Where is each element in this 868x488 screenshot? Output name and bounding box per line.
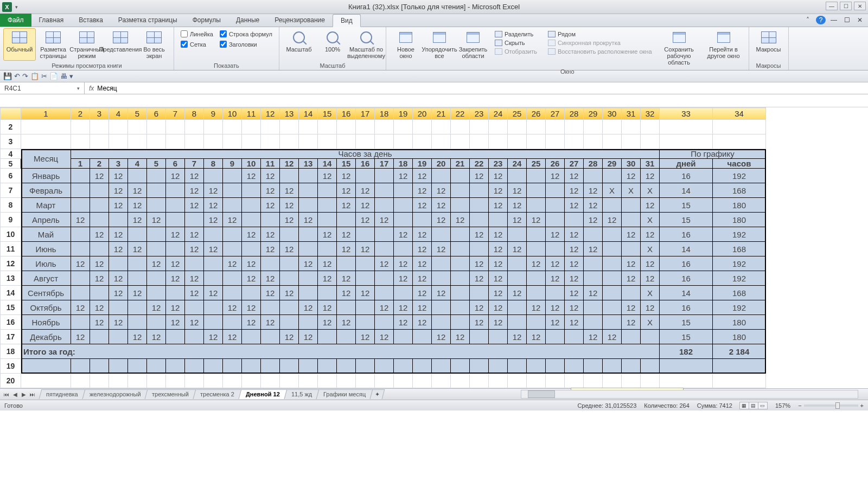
col-header[interactable]: 13 [280,108,299,120]
cell-day[interactable] [527,242,546,256]
cell-day[interactable] [299,271,318,286]
cell-day[interactable]: 12 [280,198,299,213]
cell[interactable] [299,359,318,374]
app-menu-dropdown-icon[interactable]: ▾ [15,4,18,10]
cell-day[interactable]: 12 [242,256,261,271]
col-header[interactable]: 20 [413,108,432,120]
col-header[interactable]: 32 [641,108,660,120]
ribbon-tab-0[interactable]: Главная [31,14,72,27]
cell-day[interactable] [90,213,109,227]
cell-day[interactable] [603,315,622,330]
cell-day-number[interactable]: 22 [470,159,489,169]
cell-day[interactable]: 12 [584,242,603,256]
cell-day[interactable]: 12 [261,286,280,300]
cell-day[interactable] [508,300,527,315]
cell-day[interactable]: 12 [204,330,223,344]
cell-day[interactable] [109,256,128,271]
file-tab[interactable]: Файл [0,14,31,27]
col-header[interactable]: 27 [546,108,565,120]
cell-day[interactable]: 12 [90,169,109,183]
cell[interactable] [527,359,546,374]
checkbox-Строка формул[interactable]: Строка формул [220,30,272,37]
cell-day[interactable]: 12 [622,227,641,242]
zoom-button[interactable]: 100% [316,28,349,61]
cell-day[interactable]: 12 [280,286,299,300]
cell[interactable] [565,359,584,374]
cell-day[interactable] [280,300,299,315]
cell[interactable] [432,134,451,149]
cell[interactable] [508,359,527,374]
cell[interactable] [166,359,185,374]
cell-day[interactable]: 12 [527,256,546,271]
cell-day[interactable] [432,169,451,183]
cell[interactable] [299,134,318,149]
cell-day[interactable] [603,169,622,183]
cell-day[interactable]: 12 [185,242,204,256]
cell[interactable] [21,134,71,149]
cell-day[interactable]: 12 [641,256,660,271]
cell[interactable] [356,134,375,149]
cell-day[interactable]: 12 [565,300,584,315]
cell[interactable] [641,134,660,149]
cell[interactable] [337,359,356,374]
cell-month[interactable]: Май [21,227,71,242]
cell[interactable] [109,120,128,134]
name-box[interactable]: R4C1 ▾ [0,82,85,94]
cell-day[interactable]: 12 [622,300,641,315]
cell-day[interactable] [261,213,280,227]
cell[interactable] [204,134,223,149]
cell-day[interactable] [470,213,489,227]
cell-day[interactable] [223,169,242,183]
cell-day[interactable]: 12 [318,271,337,286]
cell-day[interactable]: 12 [109,183,128,198]
cell[interactable] [204,374,223,388]
row-header[interactable]: 2 [1,120,21,134]
cell-day[interactable]: 12 [318,256,337,271]
cell-day[interactable]: 12 [147,330,166,344]
cell[interactable] [660,374,713,388]
cell[interactable] [280,134,299,149]
cell-day[interactable] [128,271,147,286]
cell-day[interactable] [584,256,603,271]
zoom-button[interactable]: Масштаб по выделенному [350,28,382,61]
cell[interactable] [337,134,356,149]
cell-day[interactable]: 12 [166,227,185,242]
cell-day-number[interactable]: 28 [584,159,603,169]
window-small-button[interactable]: Рядом [546,30,654,38]
cell-day[interactable] [299,183,318,198]
cell-day[interactable]: 12 [527,213,546,227]
cell-day[interactable]: 12 [185,198,204,213]
cell-day[interactable]: 12 [109,271,128,286]
cell-day[interactable] [622,286,641,300]
cell-day[interactable]: 12 [223,256,242,271]
cell-day[interactable]: 12 [147,213,166,227]
cell-day[interactable]: 12 [223,213,242,227]
col-header[interactable]: 18 [375,108,394,120]
cell-day[interactable] [90,330,109,344]
cell-day-number[interactable]: 20 [432,159,451,169]
cell-day[interactable] [489,213,508,227]
cell-days-sum[interactable]: 15 [660,198,713,213]
cell-day-number[interactable]: 30 [622,159,641,169]
row-header[interactable]: 16 [1,315,21,330]
cell-day[interactable]: X [641,183,660,198]
cell[interactable] [508,134,527,149]
cell[interactable] [71,374,90,388]
cell-day[interactable] [71,286,90,300]
cell-days-sum[interactable]: 16 [660,256,713,271]
row-header[interactable]: 20 [1,374,21,388]
cell-day[interactable]: 12 [185,315,204,330]
ribbon-minimize-icon[interactable]: ˄ [803,16,813,24]
cell-day[interactable]: 12 [489,198,508,213]
cell-day[interactable] [546,183,565,198]
row-header[interactable]: 19 [1,359,21,374]
cell-day[interactable] [641,330,660,344]
cell-day[interactable]: 12 [413,300,432,315]
cell-hours-sum[interactable]: 168 [713,183,766,198]
cell-day[interactable] [204,315,223,330]
cell-day[interactable]: 12 [337,286,356,300]
cell-day-number[interactable]: 3 [109,159,128,169]
view-mode-button[interactable]: Представления [104,28,137,61]
cell[interactable] [318,134,337,149]
cell-day[interactable]: 12 [565,256,584,271]
